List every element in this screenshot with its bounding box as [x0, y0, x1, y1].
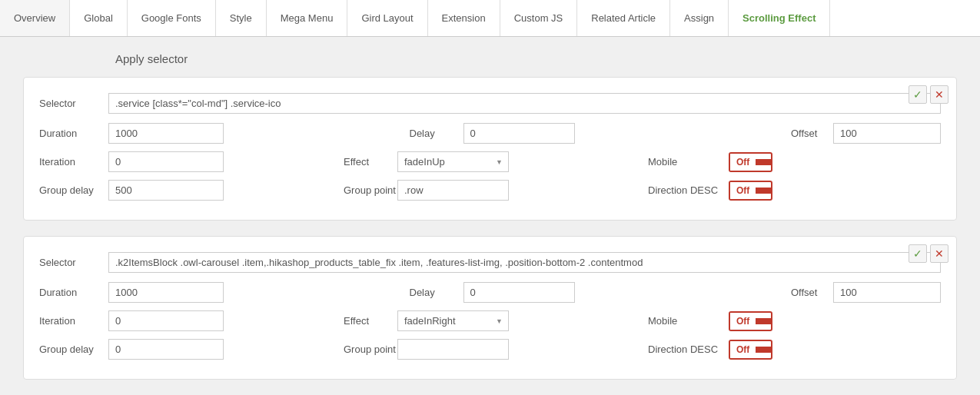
card2-offset-label: Offset [779, 287, 833, 298]
card1-offset-label: Offset [779, 128, 833, 139]
card2-delay-input[interactable] [463, 282, 575, 303]
tab-bar: Overview Global Google Fonts Style Mega … [0, 0, 980, 37]
card2-mobile-on-block [756, 318, 771, 324]
card1-iteration-label: Iteration [39, 156, 108, 168]
card2-group-delay-input[interactable] [108, 339, 224, 360]
card2-direction-label: Direction DESC [648, 344, 729, 355]
card1-direction-on-block [756, 188, 771, 194]
card2-effect-select[interactable]: fadeInUp fadeInRight fadeInLeft fadeInDo… [397, 310, 509, 331]
card1-group-delay-label: Group delay [39, 184, 108, 196]
card1-group-delay-input[interactable] [108, 180, 224, 201]
card1-selector-row: Selector [39, 93, 941, 114]
card1-duration-label: Duration [39, 128, 108, 139]
card2-group-point-group: Group point [344, 339, 636, 360]
card2-selector-row: Selector [39, 252, 941, 273]
card2-offset-input[interactable] [833, 282, 941, 303]
card1-delay-group: Delay [410, 123, 769, 144]
card2-iteration-label: Iteration [39, 315, 108, 327]
card2-group-point-label: Group point [344, 344, 397, 355]
card1-direction-label: Direction DESC [648, 184, 729, 196]
tab-assign[interactable]: Assign [670, 0, 729, 36]
card1-mobile-group: Mobile Off [648, 152, 941, 172]
card1-duration-input[interactable] [108, 123, 224, 144]
card1-offset-input[interactable] [833, 123, 941, 144]
tab-global[interactable]: Global [70, 0, 128, 36]
card1-mobile-label: Mobile [648, 156, 729, 168]
card1-effect-group: Effect fadeInUp fadeInRight fadeInLeft f… [344, 151, 636, 172]
card2-direction-toggle[interactable]: Off [729, 340, 772, 360]
card2-duration-group: Duration [39, 282, 398, 303]
card-1: ✓ ✕ Selector Duration Delay Offset [23, 77, 957, 221]
card1-group-point-input[interactable] [397, 180, 509, 201]
card1-effect-select[interactable]: fadeInUp fadeInRight fadeInLeft fadeInDo… [397, 151, 509, 172]
card1-group-point-label: Group point [344, 184, 397, 196]
card1-offset-group: Offset [779, 123, 941, 144]
card1-effect-select-wrapper: fadeInUp fadeInRight fadeInLeft fadeInDo… [397, 151, 509, 172]
card1-actions: ✓ ✕ [909, 85, 948, 104]
tab-overview[interactable]: Overview [0, 0, 70, 36]
card2-row2: Duration Delay Offset [39, 282, 941, 303]
card2-duration-input[interactable] [108, 282, 224, 303]
card1-iteration-input[interactable] [108, 151, 224, 172]
card2-iteration-input[interactable] [108, 310, 224, 331]
tab-gird-layout[interactable]: Gird Layout [347, 0, 427, 36]
card2-direction-group: Direction DESC Off [648, 340, 941, 360]
card1-mobile-on-block [756, 159, 771, 165]
card1-delay-input[interactable] [463, 123, 575, 144]
card2-group-delay-label: Group delay [39, 344, 108, 355]
card2-selector-label: Selector [39, 257, 108, 268]
card2-actions: ✓ ✕ [909, 244, 948, 263]
tab-extension[interactable]: Extension [428, 0, 500, 36]
card1-group-delay-group: Group delay [39, 180, 332, 201]
tab-google-fonts[interactable]: Google Fonts [128, 0, 216, 36]
card2-group-delay-group: Group delay [39, 339, 332, 360]
card1-direction-off-label: Off [730, 182, 756, 199]
card2-effect-select-wrapper: fadeInUp fadeInRight fadeInLeft fadeInDo… [397, 310, 509, 331]
card1-direction-toggle[interactable]: Off [729, 181, 772, 201]
tab-mega-menu[interactable]: Mega Menu [267, 0, 348, 36]
card1-mobile-toggle[interactable]: Off [729, 152, 772, 172]
card2-direction-off-label: Off [730, 341, 756, 358]
tab-scrolling-effect[interactable]: Scrolling Effect [729, 0, 830, 36]
card2-row3: Iteration Effect fadeInUp fadeInRight fa… [39, 310, 941, 331]
card1-cancel-button[interactable]: ✕ [930, 85, 948, 104]
card-2: ✓ ✕ Selector Duration Delay Offset [23, 236, 957, 380]
card2-duration-label: Duration [39, 287, 108, 298]
card2-direction-on-block [756, 347, 771, 353]
card1-row3: Iteration Effect fadeInUp fadeInRight fa… [39, 151, 941, 172]
tab-style[interactable]: Style [216, 0, 267, 36]
card2-effect-group: Effect fadeInUp fadeInRight fadeInLeft f… [344, 310, 636, 331]
main-content: Apply selector ✓ ✕ Selector Duration Del… [0, 37, 980, 395]
card2-offset-group: Offset [779, 282, 941, 303]
card2-mobile-toggle[interactable]: Off [729, 311, 772, 331]
card1-confirm-button[interactable]: ✓ [909, 85, 927, 104]
card2-effect-label: Effect [344, 315, 397, 327]
card2-selector-input[interactable] [108, 252, 941, 273]
card1-selector-label: Selector [39, 98, 108, 109]
card2-mobile-off-label: Off [730, 313, 756, 330]
card1-iteration-group: Iteration [39, 151, 332, 172]
card1-group-point-group: Group point [344, 180, 636, 201]
card1-effect-label: Effect [344, 156, 397, 168]
card1-mobile-off-label: Off [730, 154, 756, 171]
card2-mobile-label: Mobile [648, 315, 729, 327]
card2-mobile-group: Mobile Off [648, 311, 941, 331]
card2-iteration-group: Iteration [39, 310, 332, 331]
card1-selector-input[interactable] [108, 93, 941, 114]
card2-group-point-input[interactable] [397, 339, 509, 360]
tab-related-article[interactable]: Related Article [577, 0, 670, 36]
card1-direction-group: Direction DESC Off [648, 181, 941, 201]
card1-delay-label: Delay [410, 128, 463, 139]
page-title: Apply selector [115, 52, 957, 65]
card1-row2: Duration Delay Offset [39, 123, 941, 144]
card2-confirm-button[interactable]: ✓ [909, 244, 927, 263]
card2-row4: Group delay Group point Direction DESC O… [39, 339, 941, 360]
card2-cancel-button[interactable]: ✕ [930, 244, 948, 263]
card2-delay-label: Delay [410, 287, 463, 298]
card2-delay-group: Delay [410, 282, 769, 303]
card1-row4: Group delay Group point Direction DESC O… [39, 180, 941, 201]
tab-custom-js[interactable]: Custom JS [500, 0, 578, 36]
card1-duration-group: Duration [39, 123, 398, 144]
